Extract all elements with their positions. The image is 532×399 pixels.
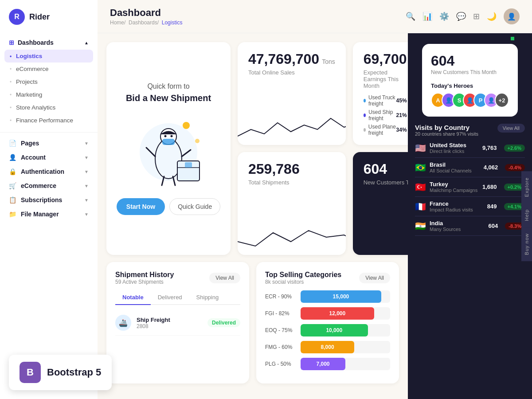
customers-card-label: New Customers This Month xyxy=(431,69,509,75)
flag-br: 🇧🇷 xyxy=(415,162,426,173)
avatar[interactable]: 👤 xyxy=(504,8,520,24)
cat-label-plg: PLG - 50% xyxy=(265,361,296,367)
logo-icon: R xyxy=(9,9,25,25)
online-sales-card: 47,769,700 Tons Total Online Sales xyxy=(238,42,346,145)
sidebar-file-manager[interactable]: 📁 File Manager ▼ xyxy=(0,207,98,221)
categories-view-all-button[interactable]: View All xyxy=(359,273,390,283)
quick-guide-button[interactable]: Quick Guide xyxy=(169,198,220,215)
sidebar-item-ecommerce[interactable]: eCommerce xyxy=(0,63,98,75)
main-content: Dashboard Home/ Dashboards/ Logistics 🔍 … xyxy=(98,0,532,399)
shipment-view-all-button[interactable]: View All xyxy=(209,273,240,283)
online-sales-value: 47,769,700 xyxy=(248,51,319,67)
breadcrumb-current: Logistics xyxy=(162,20,183,26)
plane-label: Used Plane freight xyxy=(368,124,396,136)
sidebar-item-finance-performance[interactable]: Finance Performance xyxy=(0,114,98,127)
bootstrap-badge: B Bootstrap 5 xyxy=(9,355,112,390)
visits-header: Visits by Country 20 countries share 97%… xyxy=(415,124,525,137)
country-visits-in: 604 xyxy=(489,223,498,229)
shipment-title: Shipment History xyxy=(115,271,174,279)
content-area: Quick form to Bid a New Shipment xyxy=(98,33,532,399)
cat-fill-fgi: 12,000 xyxy=(301,307,374,320)
quick-form-card: Quick form to Bid a New Shipment xyxy=(106,42,231,255)
svg-point-1 xyxy=(183,122,190,129)
chart-icon[interactable]: 📊 xyxy=(422,12,432,21)
country-row-in: 🇮🇳 India Many Sources 604 -8.3% xyxy=(415,216,525,236)
cat-bg-ecr: 15,000 xyxy=(301,290,390,303)
sidebar-subscriptions[interactable]: 📋 Subscriptions ▼ xyxy=(0,193,98,207)
chevron-down-icon: ▼ xyxy=(84,212,89,217)
settings-icon[interactable]: ⚙️ xyxy=(439,12,449,21)
country-change-br: -0.4% xyxy=(505,164,525,171)
start-now-button[interactable]: Start Now xyxy=(117,198,165,215)
tab-shipping[interactable]: Shipping xyxy=(189,290,226,305)
ship-info: Ship Freight 2808 xyxy=(137,317,202,329)
country-name-us: United States xyxy=(430,142,479,149)
shipments-value: 259,786 xyxy=(248,161,335,177)
sidebar-item-marketing[interactable]: Marketing xyxy=(0,88,98,101)
visits-section: Visits by Country 20 countries share 97%… xyxy=(408,124,532,243)
sidebar-item-projects[interactable]: Projects xyxy=(0,75,98,88)
sub-label: Subscriptions xyxy=(21,196,62,203)
tab-delivered[interactable]: Delivered xyxy=(151,290,189,305)
cat-bg-fgi: 12,000 xyxy=(301,307,390,320)
ship-id: 2808 xyxy=(137,323,202,329)
sidebar-item-store-analytics[interactable]: Store Analytics xyxy=(0,101,98,114)
categories-bars: ECR - 90% 15,000 FGI - 82% 12,000 xyxy=(265,290,390,370)
cat-bg-plg: 7,000 xyxy=(301,358,390,370)
visits-view-all-button[interactable]: View All xyxy=(497,124,525,133)
auth-label: Authentication xyxy=(21,168,64,175)
ship-pct: 21% xyxy=(396,112,407,118)
search-icon[interactable]: 🔍 xyxy=(406,12,415,21)
cat-bar-fgi: FGI - 82% 12,000 xyxy=(265,307,390,320)
country-source-us: Direct link clicks xyxy=(430,149,479,154)
chat-icon[interactable]: 💬 xyxy=(456,12,466,21)
country-change-us: +2.6% xyxy=(504,145,525,152)
shipment-subtitle: 59 Active Shipments xyxy=(115,279,174,285)
country-name-fr: France xyxy=(430,200,484,207)
dashboards-group[interactable]: ⊞ Dashboards ▲ xyxy=(0,35,98,50)
bottom-row: Shipment History 59 Active Shipments Vie… xyxy=(106,262,399,383)
shipments-label: Total Shipments xyxy=(248,179,335,186)
quick-form-illustration xyxy=(129,117,208,188)
country-source-in: Many Sources xyxy=(430,227,485,232)
plane-freight-item: Used Plane freight 34% xyxy=(364,124,407,136)
explore-tab[interactable]: Explore xyxy=(521,171,532,203)
sidebar-account[interactable]: 👤 Account ▼ xyxy=(0,150,98,164)
tab-notable[interactable]: Notable xyxy=(115,290,151,305)
svg-point-6 xyxy=(171,135,173,137)
sidebar-item-logistics[interactable]: Logistics xyxy=(4,50,93,63)
country-info-in: India Many Sources xyxy=(430,220,485,232)
help-tab[interactable]: Help xyxy=(521,203,532,227)
moon-icon[interactable]: 🌙 xyxy=(487,12,497,21)
sidebar-authentication[interactable]: 🔒 Authentication ▼ xyxy=(0,164,98,179)
sidebar-pages[interactable]: 📄 Pages ▼ xyxy=(0,136,98,150)
categories-card-header: Top Selling Categories 8k social visitor… xyxy=(265,271,390,285)
shipment-tabs: Notable Delivered Shipping xyxy=(115,290,240,305)
flag-tr: 🇹🇷 xyxy=(415,182,426,192)
breadcrumb: Home/ Dashboards/ Logistics xyxy=(110,20,182,26)
earnings-info: 69,700 Expected Earnings This Month Used… xyxy=(364,51,407,136)
buy-now-tab[interactable]: Buy now xyxy=(521,227,532,261)
country-visits-tr: 1,680 xyxy=(482,184,497,190)
plane-dot xyxy=(364,128,366,132)
visits-subtitle: 20 countries share 97% visits xyxy=(415,131,478,137)
dashboard-icon: ⊞ xyxy=(9,39,14,46)
ecommerce-label: eCommerce xyxy=(21,182,56,189)
country-source-tr: Mailchimp Campaigns xyxy=(430,188,479,193)
dashboards-section: ⊞ Dashboards ▲ Logistics eCommerce Proje… xyxy=(0,35,98,127)
app-name: Rider xyxy=(29,12,50,22)
cat-label-fmg: FMG - 60% xyxy=(265,344,296,350)
bootstrap-label: Bootstrap 5 xyxy=(47,367,101,378)
ship-status: Delivered xyxy=(207,318,240,327)
center-panel: Quick form to Bid a New Shipment xyxy=(98,33,408,399)
country-row-tr: 🇹🇷 Turkey Mailchimp Campaigns 1,680 +0.2… xyxy=(415,177,525,197)
categories-title: Top Selling Categories xyxy=(265,271,341,279)
sidebar-ecommerce[interactable]: 🛒 eCommerce ▼ xyxy=(0,179,98,193)
cat-bg-fmg: 8,000 xyxy=(301,341,390,353)
truck-label: Used Truck freight xyxy=(368,94,396,107)
ship-name: Ship Freight xyxy=(137,317,202,323)
grid-icon[interactable]: ⊞ xyxy=(473,12,480,21)
cat-bar-eoq: EOQ - 75% 10,000 xyxy=(265,324,390,336)
customers-value: 604 xyxy=(364,161,408,177)
right-panel: Explore Help Buy now 604 New Customers T… xyxy=(408,33,532,399)
